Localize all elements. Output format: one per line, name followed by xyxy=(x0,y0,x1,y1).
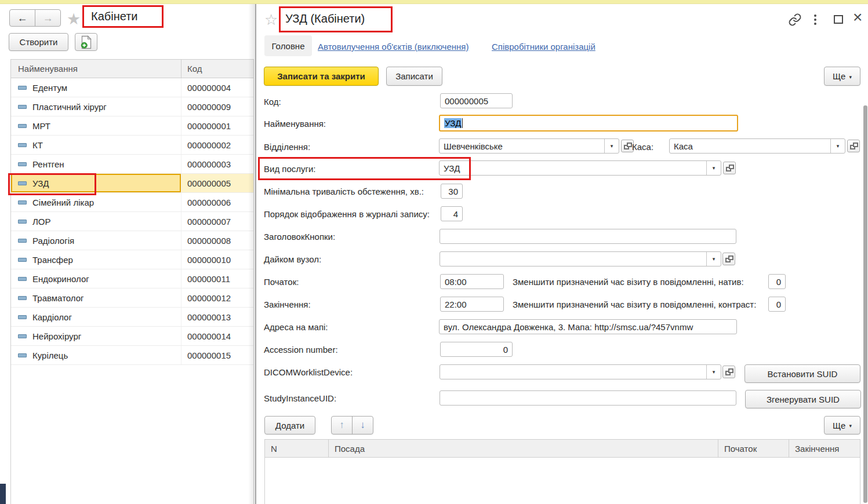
dropdown-arrow-icon[interactable]: ▾ xyxy=(706,365,721,379)
list-item-code: 000000004 xyxy=(187,83,231,93)
form-title: УЗД (Кабінети) xyxy=(285,12,365,25)
item-dash-icon xyxy=(18,258,27,262)
save-button[interactable]: Записати xyxy=(386,67,442,86)
start-time-field[interactable]: 08:00 xyxy=(440,274,504,289)
min-duration-field[interactable]: 30 xyxy=(441,184,463,199)
column-header-n[interactable]: N xyxy=(265,440,329,457)
dropdown-arrow-icon[interactable]: ▾ xyxy=(604,139,619,153)
create-new-item-button[interactable] xyxy=(75,33,97,51)
dicom-worklist-device-combo[interactable]: ▾ xyxy=(440,364,721,379)
move-up-button[interactable]: ↑ xyxy=(331,416,353,434)
list-item-name: Радіологія xyxy=(32,236,74,246)
save-and-close-button[interactable]: Записати та закрити xyxy=(264,67,379,86)
dicom-node-combo[interactable]: ▾ xyxy=(440,251,721,266)
cash-desk-open-button[interactable] xyxy=(847,140,860,152)
dropdown-arrow-icon[interactable]: ▾ xyxy=(706,252,721,266)
service-type-open-button[interactable] xyxy=(723,162,736,174)
tab-main[interactable]: Головне xyxy=(264,35,312,56)
list-item[interactable]: Кардіолог 000000013 xyxy=(11,308,253,327)
name-field[interactable]: УЗД xyxy=(439,115,738,132)
create-button[interactable]: Створити xyxy=(9,33,68,51)
list-item-name: Кардіолог xyxy=(32,312,72,322)
set-suid-button[interactable]: Встановити SUID xyxy=(744,364,860,383)
column-header-name[interactable]: Найменування xyxy=(11,60,181,78)
list-item-name: Едентум xyxy=(32,83,67,93)
list-item[interactable]: Сімейний лікар 000000006 xyxy=(11,193,253,212)
nav-buttons: ← → xyxy=(9,9,61,27)
item-dash-icon xyxy=(18,162,27,166)
map-address-field[interactable]: вул. Олександра Довженка, 3. Мапа: http:… xyxy=(439,319,737,334)
list-item[interactable]: ЛОР 000000007 xyxy=(11,212,253,231)
copy-link-icon[interactable] xyxy=(788,13,802,27)
cash-desk-combo[interactable]: Каса ▾ xyxy=(669,138,845,154)
reduce-contrast-label: Зменшити призначений час візиту в повідо… xyxy=(513,300,756,309)
move-down-button[interactable]: ↓ xyxy=(352,416,373,434)
generate-suid-button[interactable]: Згенерувати SUID xyxy=(745,390,861,408)
list-item[interactable]: Нейрохірург 000000014 xyxy=(11,327,253,346)
back-button[interactable]: ← xyxy=(9,9,35,27)
list-item-name: Рентген xyxy=(32,159,64,169)
list-item[interactable]: Едентум 000000004 xyxy=(11,78,253,97)
cash-desk-label: Каса: xyxy=(632,142,653,152)
dicom-node-label: Дайком вузол: xyxy=(264,254,321,264)
journal-order-field[interactable]: 4 xyxy=(441,206,463,221)
accession-number-field[interactable]: 0 xyxy=(440,342,513,357)
list-item[interactable]: Курілець 000000015 xyxy=(11,346,253,365)
code-label: Код: xyxy=(264,97,281,107)
list-item[interactable]: КТ 000000002 xyxy=(11,136,253,155)
list-item-name: Нейрохірург xyxy=(32,331,81,341)
reduce-contrast-field[interactable]: 0 xyxy=(768,297,786,312)
dropdown-arrow-icon[interactable]: ▾ xyxy=(830,139,845,153)
dropdown-arrow-icon[interactable]: ▾ xyxy=(706,161,721,175)
item-dash-icon xyxy=(18,181,27,185)
add-row-button[interactable]: Додати xyxy=(264,416,315,434)
list-item[interactable]: Рентген 000000003 xyxy=(11,155,253,174)
forward-button[interactable]: → xyxy=(35,9,61,27)
cabinet-list-container: Найменування Код Едентум 000000004 Пласт… xyxy=(10,59,254,504)
code-field[interactable]: 000000005 xyxy=(440,93,513,108)
tab-auto-exclusion-link[interactable]: Автовилучення об'єктів (виключення) xyxy=(318,42,468,52)
item-dash-icon xyxy=(18,86,27,90)
list-item-name: КТ xyxy=(32,140,43,150)
arrow-down-icon: ↓ xyxy=(360,419,365,431)
vertical-scrollbar[interactable] xyxy=(863,105,867,503)
more-button-top[interactable]: Ще▾ xyxy=(824,67,860,86)
list-item[interactable]: Радіологія 000000008 xyxy=(11,231,253,250)
button-caption-field[interactable] xyxy=(440,229,736,244)
dicom-node-open-button[interactable] xyxy=(722,253,735,265)
list-item[interactable]: Ендокринолог 000000011 xyxy=(11,269,253,288)
list-item-code: 000000011 xyxy=(187,274,230,284)
list-item-code: 000000010 xyxy=(187,255,231,265)
list-item[interactable]: УЗД 000000005 xyxy=(11,174,253,193)
more-menu-icon[interactable] xyxy=(814,14,816,25)
list-item-code: 000000013 xyxy=(187,312,231,322)
cabinet-list: Едентум 000000004 Пластичний хірург 0000… xyxy=(11,78,253,365)
maximize-icon[interactable] xyxy=(834,15,843,24)
favorite-star-icon[interactable]: ★ xyxy=(67,10,81,28)
list-item-code: 000000006 xyxy=(187,198,231,207)
list-item[interactable]: Трансфер 000000010 xyxy=(11,250,253,269)
list-item[interactable]: Пластичний хірург 000000009 xyxy=(11,97,253,116)
end-time-field[interactable]: 22:00 xyxy=(440,297,504,312)
dicom-worklist-open-button[interactable] xyxy=(722,366,735,378)
arrow-up-icon: ↑ xyxy=(339,419,344,431)
column-header-position[interactable]: Посада xyxy=(329,440,718,457)
study-instance-uid-field[interactable] xyxy=(440,390,736,406)
list-item[interactable]: Травматолог 000000012 xyxy=(11,288,253,308)
list-item-name: Курілець xyxy=(32,350,68,360)
form-favorite-star-icon[interactable]: ☆ xyxy=(264,11,278,29)
panel-divider[interactable] xyxy=(255,4,256,504)
column-header-end[interactable]: Закінчення xyxy=(789,440,860,457)
close-icon[interactable]: × xyxy=(853,8,862,27)
tab-org-employees-link[interactable]: Співробітники організацій xyxy=(492,42,595,52)
forward-arrow-icon: → xyxy=(43,12,53,24)
reduce-native-label: Зменшити призначений час візиту в повідо… xyxy=(513,277,744,287)
column-header-code[interactable]: Код xyxy=(181,60,253,78)
list-item[interactable]: МРТ 000000001 xyxy=(11,116,253,136)
more-button-table[interactable]: Ще▾ xyxy=(824,416,860,434)
column-header-start[interactable]: Початок xyxy=(718,440,789,457)
reduce-native-field[interactable]: 0 xyxy=(768,274,786,289)
dicom-worklist-device-label: DICOMWorklistDevice: xyxy=(264,367,353,377)
department-combo[interactable]: Шевченківське ▾ xyxy=(439,138,619,154)
service-type-combo[interactable]: УЗД ▾ xyxy=(439,160,721,176)
